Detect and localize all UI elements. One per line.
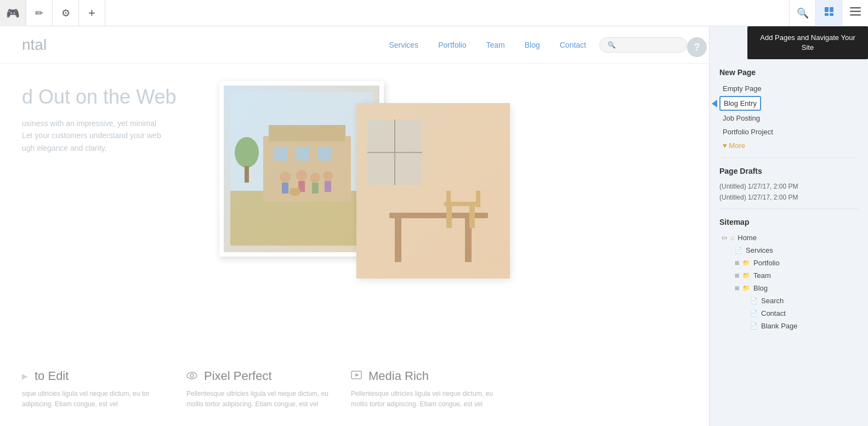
sitemap-label-services: Services: [746, 246, 773, 254]
sitemap-item-blank-page[interactable]: 📄 Blank Page: [719, 320, 858, 332]
add-button[interactable]: +: [79, 0, 105, 26]
sitemap-label-team: Team: [753, 271, 771, 280]
feature-item-1: Pixel Perfect Pellentesque ultricies lig…: [186, 369, 329, 410]
file-icon-contact: 📄: [750, 310, 758, 317]
divider-2: [719, 208, 858, 209]
feature-text-1: Pellentesque ultricies ligula vel neque …: [186, 389, 329, 410]
feature-label-2: Media Rich: [368, 369, 429, 383]
menu-button[interactable]: [842, 0, 868, 26]
main-area: ntal Services Portfolio Team Blog Contac…: [0, 26, 868, 426]
new-page-more-wrapper: ♥ More: [719, 139, 858, 152]
add-icon: +: [88, 6, 95, 20]
sitemap-expand-team[interactable]: ⊞: [735, 272, 739, 279]
new-page-list: Empty Page Blog Entry Job Posting Portfo…: [719, 82, 858, 152]
sitemap-label-blog: Blog: [753, 284, 768, 292]
site-nav: ntal Services Portfolio Team Blog Contac…: [0, 26, 709, 64]
nav-link-services[interactable]: Services: [389, 41, 418, 49]
svg-rect-6: [850, 14, 861, 16]
settings-icon: ⚙: [61, 7, 70, 19]
edit-icon: ✏: [35, 7, 43, 19]
toolbar: 🎮 ✏ ⚙ + 🔍: [0, 0, 868, 26]
search-icon: 🔍: [797, 7, 809, 19]
svg-rect-0: [825, 7, 829, 12]
sitemap-item-portfolio[interactable]: ⊞ 📁 Portfolio: [719, 257, 858, 269]
new-page-job-posting-wrapper: Job Posting: [719, 112, 858, 124]
right-panel: Add Pages and Navigate Your Site New Pag…: [709, 26, 868, 426]
new-page-job-posting[interactable]: Job Posting: [719, 112, 763, 124]
site-nav-search-bar: 🔍: [599, 37, 687, 53]
feature-icon-2: [351, 370, 362, 382]
feature-icon-0: ▶: [22, 372, 28, 380]
folder-icon-blog: 📁: [742, 285, 750, 292]
feature-title-1: Pixel Perfect: [186, 369, 329, 383]
sitemap-label-search: Search: [761, 297, 784, 305]
sitemap-expand-blog[interactable]: ⊞: [735, 285, 739, 291]
hero-subtitle: usiness with an impressive, yet minimal …: [22, 117, 197, 154]
new-page-portfolio-wrapper: Portfolio Project: [719, 126, 858, 138]
sitemap-collapse-home[interactable]: ▭: [722, 234, 727, 241]
new-page-more[interactable]: ♥ More: [719, 139, 748, 152]
svg-rect-23: [325, 181, 331, 192]
edit-button[interactable]: ✏: [26, 0, 53, 26]
feature-item-2: Media Rich Pellentesque ultricies ligula…: [351, 369, 493, 410]
new-page-empty-page[interactable]: Empty Page: [719, 82, 765, 95]
feature-text-0: sque ultricies ligula vel neque dictum, …: [22, 389, 164, 410]
menu-icon: [850, 7, 861, 19]
feature-item-0: ▶ to Edit sque ultricies ligula vel nequ…: [22, 369, 164, 410]
svg-point-22: [323, 171, 333, 181]
hero-subtitle-line1: usiness with an impressive, yet minimal: [22, 117, 197, 129]
home-icon: ⌂: [730, 234, 734, 242]
site-preview: ntal Services Portfolio Team Blog Contac…: [0, 26, 709, 426]
collage-secondary-image: [356, 103, 510, 279]
sitemap-item-blog[interactable]: ⊞ 📁 Blog: [719, 282, 858, 294]
svg-point-39: [190, 374, 194, 377]
tooltip-text: Add Pages and Navigate Your Site: [760, 33, 855, 52]
panel-content: New Page Empty Page Blog Entry Job Posti…: [710, 59, 868, 340]
svg-rect-34: [476, 191, 480, 207]
sitemap-expand-portfolio[interactable]: ⊞: [735, 260, 739, 266]
nav-link-team[interactable]: Team: [486, 41, 504, 49]
new-page-blog-entry[interactable]: Blog Entry: [719, 96, 761, 111]
nav-link-contact[interactable]: Contact: [560, 41, 586, 49]
svg-rect-11: [274, 147, 288, 161]
svg-rect-4: [850, 7, 861, 9]
nav-link-portfolio[interactable]: Portfolio: [438, 41, 466, 49]
settings-button[interactable]: ⚙: [53, 0, 79, 26]
new-page-title: New Page: [719, 68, 858, 77]
svg-rect-12: [296, 147, 310, 161]
sitemap-item-contact[interactable]: 📄 Contact: [719, 308, 858, 319]
svg-point-38: [187, 372, 197, 379]
logo-button[interactable]: 🎮: [0, 0, 26, 26]
feature-title-2: Media Rich: [351, 369, 493, 383]
svg-rect-13: [318, 147, 332, 161]
help-button[interactable]: ?: [687, 37, 707, 57]
sitemap-label-contact: Contact: [761, 309, 786, 317]
divider-1: [719, 157, 858, 158]
site-nav-links: Services Portfolio Team Blog Contact: [389, 41, 586, 49]
svg-rect-9: [263, 136, 351, 202]
feature-label-1: Pixel Perfect: [204, 369, 272, 383]
nav-link-blog[interactable]: Blog: [525, 41, 540, 49]
search-button[interactable]: 🔍: [789, 0, 815, 26]
site-logo: ntal: [22, 36, 47, 54]
sitemap-item-services[interactable]: 📄 Services: [719, 245, 858, 256]
svg-rect-32: [469, 206, 475, 228]
folder-icon-portfolio: 📁: [742, 259, 750, 266]
svg-rect-3: [830, 13, 833, 16]
draft-item-1[interactable]: (Untitled) 1/27/17, 2:00 PM: [719, 192, 858, 203]
feature-icon-1: [186, 370, 197, 382]
svg-rect-33: [446, 191, 451, 207]
svg-rect-21: [312, 183, 319, 194]
new-page-portfolio-project[interactable]: Portfolio Project: [719, 126, 776, 138]
toolbar-right-group: 🔍: [789, 0, 868, 26]
sitemap-item-home[interactable]: ▭ ⌂ Home: [719, 232, 858, 243]
sitemap-label-portfolio: Portfolio: [753, 259, 780, 267]
draft-item-0[interactable]: (Untitled) 1/27/17, 2:00 PM: [719, 181, 858, 192]
pages-button[interactable]: [815, 0, 842, 26]
sitemap-item-team[interactable]: ⊞ 📁 Team: [719, 270, 858, 281]
svg-rect-10: [269, 125, 345, 141]
file-icon-services: 📄: [735, 247, 742, 254]
hero-subtitle-line2: Let your customers understand your web: [22, 129, 197, 141]
sitemap-item-search[interactable]: 📄 Search: [719, 295, 858, 306]
feature-text-2: Pellentesque ultricies ligula vel neque …: [351, 389, 493, 410]
